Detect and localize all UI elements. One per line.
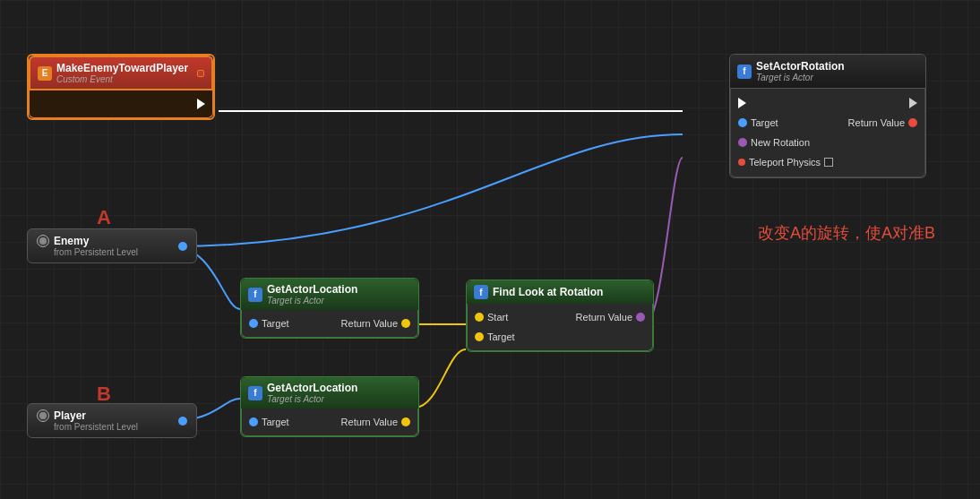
custom-event-subtitle: Custom Event [56,74,188,84]
enemy-subtitle: from Persistent Level [54,247,138,257]
set-rotation-teleport-label: Teleport Physics [749,157,821,168]
get-loc-top-return-right: Return Value [341,318,410,329]
get-loc-top-subtitle: Target is Actor [267,296,357,305]
set-rotation-newrot-label: New Rotation [751,137,810,148]
get-loc-top-target-left: Target [249,318,289,329]
get-loc-bot-body: Target Return Value [241,409,418,436]
find-look-return-right: Return Value [576,312,645,323]
find-look-body: Start Return Value Target [467,304,653,351]
get-loc-bot-target-label: Target [262,417,289,427]
enemy-node-icon [37,235,49,247]
func-icon-find-look: f [474,285,488,299]
enemy-title-row: Enemy [37,235,138,247]
get-loc-top-body: Target Return Value [241,310,418,338]
custom-event-title: MakeEnemyTowardPlayer [56,62,188,74]
enemy-out-pin[interactable] [178,242,187,251]
set-rotation-return-right: Return Value [848,117,917,128]
find-look-rotation-node[interactable]: f Find Look at Rotation Start Return Val… [466,280,654,352]
find-look-target-label: Target [487,331,515,342]
enemy-node-body: Enemy from Persistent Level [27,228,197,263]
set-rotation-newrot-row: New Rotation [731,133,924,152]
set-rotation-header: f SetActorRotation Target is Actor [730,55,925,89]
func-icon-get-loc-bot: f [248,386,262,400]
set-rotation-newrot-left: New Rotation [738,137,810,148]
get-loc-bot-title: GetActorLocation [267,382,357,394]
custom-event-body [29,90,213,118]
player-node-body: Player from Persistent Level [27,403,197,438]
get-loc-top-target-label: Target [262,318,289,329]
find-look-title: Find Look at Rotation [493,286,603,298]
get-loc-bot-subtitle: Target is Actor [267,394,357,404]
player-node-content: Player from Persistent Level [37,409,138,432]
get-loc-bot-return-pin[interactable] [401,417,410,426]
set-rotation-title: SetActorRotation [756,60,845,73]
find-look-start-label: Start [487,312,508,323]
exec-row [30,95,212,113]
enemy-title: Enemy [54,235,89,247]
set-rotation-exec-row [731,93,924,113]
get-loc-top-target-pin[interactable] [249,319,258,328]
player-subtitle: from Persistent Level [54,422,138,432]
get-loc-bot-target-pin[interactable] [249,417,258,426]
set-rotation-exec-in[interactable] [738,98,746,108]
get-actor-location-top-node[interactable]: f GetActorLocation Target is Actor Targe… [240,278,419,339]
custom-event-header: E MakeEnemyTowardPlayer Custom Event [29,56,213,90]
set-rotation-teleport-row: Teleport Physics [731,152,924,172]
set-rotation-teleport-left: Teleport Physics [738,157,833,168]
find-look-start-pin[interactable] [475,313,484,322]
set-rotation-subtitle: Target is Actor [756,73,845,82]
find-look-start-row: Start Return Value [468,307,652,327]
find-look-header: f Find Look at Rotation [467,280,653,304]
set-rotation-target-label: Target [751,117,778,128]
get-loc-bot-header: f GetActorLocation Target is Actor [241,377,418,409]
find-look-return-label: Return Value [576,312,632,323]
player-node[interactable]: Player from Persistent Level [27,403,197,438]
player-icon-inner [39,412,47,419]
set-rotation-body: Target Return Value New Rotation Telepor… [730,89,925,177]
find-look-target-pin[interactable] [475,332,484,341]
annotation-text: 改变A的旋转，使A对准B [758,222,935,244]
get-loc-bot-pins: Target Return Value [242,412,417,432]
find-look-start-left: Start [475,312,508,323]
player-node-icon [37,409,49,422]
get-actor-location-bot-node[interactable]: f GetActorLocation Target is Actor Targe… [240,376,419,437]
enemy-node-content: Enemy from Persistent Level [37,235,138,257]
get-loc-top-return-pin[interactable] [401,319,410,328]
exec-out-pin[interactable] [197,99,205,109]
get-loc-top-return-label: Return Value [341,318,398,329]
func-icon-set-rotation: f [737,65,752,79]
set-actor-rotation-node[interactable]: f SetActorRotation Target is Actor Targe… [729,54,926,178]
enemy-icon-inner [39,237,47,245]
get-loc-top-pins: Target Return Value [242,314,417,333]
event-icon: E [38,66,52,81]
func-icon-get-loc-top: f [248,288,262,302]
event-indicator [197,70,204,77]
set-rotation-return-pin[interactable] [908,118,917,127]
blueprint-canvas[interactable]: A B 改变A的旋转，使A对准B E MakeEnemyTowardPlayer… [0,0,980,499]
set-rotation-return-label: Return Value [848,117,905,128]
get-loc-bot-target-left: Target [249,417,289,427]
teleport-checkbox[interactable] [824,158,833,167]
player-out-pin[interactable] [178,417,187,426]
get-loc-bot-return-right: Return Value [341,417,410,427]
label-b: B [97,383,111,406]
get-loc-bot-return-label: Return Value [341,417,398,427]
set-rotation-newrot-pin[interactable] [738,138,747,147]
set-rotation-target-left: Target [738,117,778,128]
player-title-row: Player [37,409,138,422]
player-title: Player [54,409,86,422]
get-loc-top-header: f GetActorLocation Target is Actor [241,279,418,310]
find-look-target-left: Target [475,331,515,342]
set-rotation-teleport-pin[interactable] [738,159,745,166]
set-rotation-exec-out[interactable] [909,98,917,108]
find-look-return-pin[interactable] [636,313,645,322]
get-loc-top-title: GetActorLocation [267,283,357,296]
enemy-node[interactable]: Enemy from Persistent Level [27,228,197,263]
set-rotation-target-row: Target Return Value [731,113,924,133]
find-look-target-row: Target [468,327,652,347]
label-a: A [97,206,111,229]
custom-event-node[interactable]: E MakeEnemyTowardPlayer Custom Event [27,54,215,120]
set-rotation-target-pin[interactable] [738,118,747,127]
